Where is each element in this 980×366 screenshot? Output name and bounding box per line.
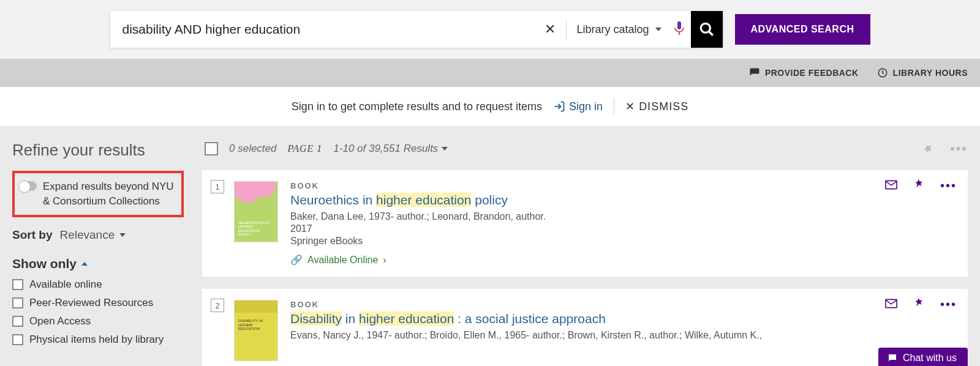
library-hours-link[interactable]: LIBRARY HOURS: [877, 67, 968, 78]
checkbox[interactable]: [12, 279, 23, 290]
search-input[interactable]: [110, 22, 538, 37]
link-icon: 🔗: [290, 254, 303, 266]
filter-open-access[interactable]: Open Access: [12, 315, 184, 327]
clock-icon: [877, 67, 888, 78]
checkbox[interactable]: [12, 334, 23, 345]
result-index: 2: [211, 299, 224, 312]
expand-results-label: Expand results beyond NYU & Consortium C…: [43, 179, 176, 209]
dismiss-button[interactable]: ✕ DISMISS: [625, 100, 688, 113]
svg-line-1: [709, 31, 713, 35]
book-cover-thumbnail[interactable]: NEUROETHICS IN HIGHER EDUCATION POLICY: [234, 181, 278, 242]
filter-physical-items[interactable]: Physical items held by library: [12, 334, 184, 346]
search-button[interactable]: [691, 11, 723, 48]
resource-type: BOOK: [290, 300, 954, 309]
sort-by-label: Sort by: [12, 228, 52, 242]
sort-by-dropdown[interactable]: Relevance: [59, 228, 126, 242]
result-authors: Baker, Dana Lee, 1973- author.; Leonard,…: [290, 211, 954, 222]
result-title-link[interactable]: Disability in higher education : a socia…: [290, 312, 954, 326]
expand-results-toggle-container: Expand results beyond NYU & Consortium C…: [12, 171, 184, 217]
result-card: 2 DISABILITY IN HIGHER EDUCATION BOOK Di…: [202, 289, 968, 366]
chat-icon: [887, 353, 898, 364]
show-only-section-header[interactable]: Show only: [12, 256, 184, 271]
signin-icon: [553, 100, 565, 113]
refine-sidebar: Refine your results Expand results beyon…: [12, 141, 184, 366]
availability-link[interactable]: 🔗 Available Online ›: [290, 254, 954, 266]
clear-search-icon[interactable]: ✕: [538, 17, 562, 42]
result-card: 1 NEUROETHICS IN HIGHER EDUCATION POLICY…: [202, 170, 968, 277]
more-actions-icon[interactable]: •••: [950, 141, 968, 157]
signin-link[interactable]: Sign in: [553, 100, 603, 113]
sort-by: Sort by Relevance: [12, 228, 184, 242]
search-box: ✕ Library catalog: [110, 11, 723, 48]
feedback-icon: [749, 67, 760, 78]
chevron-down-icon: [655, 28, 662, 31]
selected-count: 0 selected: [229, 143, 277, 155]
chevron-right-icon: ›: [383, 255, 386, 266]
more-actions-icon[interactable]: •••: [940, 297, 957, 312]
pin-icon[interactable]: [913, 297, 924, 312]
email-icon[interactable]: [885, 179, 897, 193]
pin-all-icon[interactable]: [922, 142, 933, 155]
expand-results-toggle[interactable]: [20, 181, 37, 191]
chat-with-us-button[interactable]: Chat with us: [878, 348, 968, 366]
chevron-down-icon: [442, 147, 448, 151]
divider: [566, 18, 567, 40]
result-authors: Evans, Nancy J., 1947- author.; Broido, …: [290, 330, 954, 341]
search-scope-dropdown[interactable]: Library catalog: [570, 23, 667, 36]
results-area: 0 selected PAGE 1 1-10 of 39,551 Results…: [202, 141, 968, 366]
checkbox[interactable]: [12, 297, 23, 308]
more-actions-icon[interactable]: •••: [940, 179, 957, 193]
svg-point-0: [701, 23, 710, 32]
close-icon: ✕: [625, 100, 635, 113]
resource-type: BOOK: [290, 181, 954, 190]
page-indicator: PAGE 1: [288, 143, 323, 154]
voice-search-icon[interactable]: [668, 21, 691, 38]
results-header: 0 selected PAGE 1 1-10 of 39,551 Results…: [202, 141, 968, 157]
signin-banner: Sign in to get complete results and to r…: [0, 87, 980, 126]
results-range-dropdown[interactable]: 1-10 of 39,551 Results: [333, 143, 448, 155]
divider: [614, 98, 614, 115]
result-year: 2017: [290, 223, 954, 234]
search-scope-label: Library catalog: [576, 23, 649, 36]
utility-bar: PROVIDE FEEDBACK LIBRARY HOURS: [0, 59, 980, 87]
book-cover-thumbnail[interactable]: DISABILITY IN HIGHER EDUCATION: [234, 300, 278, 361]
refine-title: Refine your results: [12, 141, 184, 160]
chevron-down-icon: [119, 233, 126, 237]
signin-prompt: Sign in to get complete results and to r…: [292, 100, 542, 113]
checkbox[interactable]: [12, 316, 23, 327]
advanced-search-button[interactable]: ADVANCED SEARCH: [735, 14, 870, 45]
result-source: Springer eBooks: [290, 236, 954, 247]
select-all-checkbox[interactable]: [205, 142, 218, 155]
filter-peer-reviewed[interactable]: Peer-Reviewed Resources: [12, 297, 184, 309]
email-icon[interactable]: [885, 297, 897, 312]
result-index: 1: [211, 180, 224, 193]
result-title-link[interactable]: Neuroethics in higher education policy: [290, 193, 954, 207]
pin-icon[interactable]: [913, 179, 924, 193]
chevron-up-icon: [81, 262, 88, 266]
filter-available-online[interactable]: Available online: [12, 278, 184, 291]
provide-feedback-link[interactable]: PROVIDE FEEDBACK: [749, 67, 859, 78]
